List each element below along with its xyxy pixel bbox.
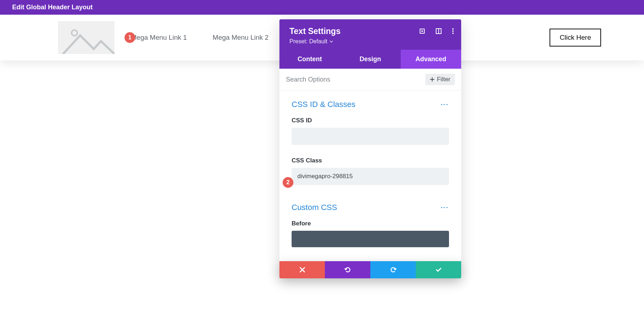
redo-button[interactable] xyxy=(370,261,416,278)
annotation-badge-2: 2 xyxy=(283,177,293,188)
svg-point-6 xyxy=(452,28,454,30)
confirm-button[interactable] xyxy=(416,261,461,278)
panel-body[interactable]: CSS ID & Classes ⋮ CSS ID CSS Class Cust… xyxy=(279,91,461,278)
more-icon[interactable] xyxy=(452,28,454,34)
close-icon xyxy=(299,267,306,273)
tab-design[interactable]: Design xyxy=(340,50,400,69)
filter-label: Filter xyxy=(437,76,450,83)
redo-icon xyxy=(390,266,397,273)
menu-link-1[interactable]: Mega Menu Link 1 xyxy=(131,34,187,42)
annotation-badge-1: 1 xyxy=(125,32,135,43)
css-class-input[interactable] xyxy=(292,168,449,185)
panel-header-icons xyxy=(419,28,454,34)
page-title-bar: Edit Global Header Layout xyxy=(0,0,644,15)
image-placeholder[interactable] xyxy=(58,21,114,54)
menu-links: Mega Menu Link 1 Mega Menu Link 2 xyxy=(131,34,269,42)
css-id-label: CSS ID xyxy=(292,117,449,124)
panel-search-row: Filter xyxy=(279,69,461,91)
before-css-input[interactable] xyxy=(292,231,449,247)
css-id-input[interactable] xyxy=(292,128,449,145)
panel-header: Text Settings Preset: Default xyxy=(279,19,461,50)
image-placeholder-icon xyxy=(58,21,114,54)
plus-icon xyxy=(430,77,435,82)
svg-rect-3 xyxy=(421,30,423,32)
tab-content[interactable]: Content xyxy=(279,50,340,69)
check-icon xyxy=(435,266,442,273)
before-label: Before xyxy=(292,220,449,227)
section-head-css: CSS ID & Classes ⋮ xyxy=(292,100,449,109)
menu-link-2[interactable]: Mega Menu Link 2 xyxy=(213,34,268,42)
css-class-label: CSS Class xyxy=(292,157,449,164)
section-head-custom: Custom CSS ⋮ xyxy=(292,203,449,212)
svg-point-8 xyxy=(452,33,454,34)
panel-actions xyxy=(279,261,461,278)
section-more-css[interactable]: ⋮ xyxy=(440,101,449,108)
undo-icon xyxy=(344,266,351,273)
svg-point-7 xyxy=(452,30,454,32)
section-title-custom[interactable]: Custom CSS xyxy=(292,203,337,212)
cta-button[interactable]: Click Here xyxy=(550,29,601,47)
section-more-custom[interactable]: ⋮ xyxy=(440,204,449,211)
filter-button[interactable]: Filter xyxy=(425,74,455,85)
section-title-css[interactable]: CSS ID & Classes xyxy=(292,100,356,109)
cancel-button[interactable] xyxy=(279,261,325,278)
columns-icon[interactable] xyxy=(435,28,442,34)
settings-panel: Text Settings Preset: Default Content De… xyxy=(279,19,461,278)
panel-tabs: Content Design Advanced xyxy=(279,50,461,69)
preset-selector[interactable]: Preset: Default xyxy=(289,38,333,45)
page-title: Edit Global Header Layout xyxy=(12,4,93,11)
chevron-down-icon xyxy=(330,40,333,43)
search-input[interactable] xyxy=(286,76,422,83)
expand-icon[interactable] xyxy=(419,28,425,34)
preset-label: Preset: Default xyxy=(289,38,327,45)
tab-advanced[interactable]: Advanced xyxy=(401,50,461,69)
undo-button[interactable] xyxy=(325,261,370,278)
